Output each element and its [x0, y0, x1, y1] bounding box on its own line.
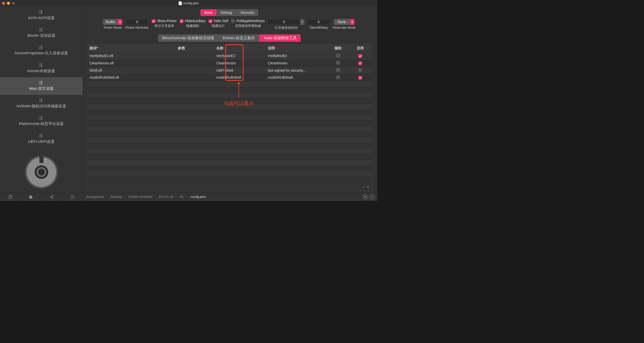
- empty-row: [87, 171, 371, 176]
- empty-row: [87, 132, 371, 137]
- cell-args: [176, 60, 214, 67]
- sidebar-item[interactable]: Misc-其它设置: [0, 77, 83, 95]
- picker-mode-dropdown[interactable]: Builtin: [103, 19, 123, 25]
- table-row[interactable]: Shell.efiUEFI ShellNot signed for securi…: [87, 67, 371, 74]
- col-name[interactable]: 名称: [214, 44, 266, 52]
- sidebar-item-label: UEFI-UEFI设置: [28, 139, 55, 144]
- breadcrumb[interactable]: duxingxiucai〉Desktop〉Z390M-GAMING〉EFI-02…: [83, 195, 363, 199]
- share-button[interactable]: [42, 193, 62, 201]
- breadcrumb-item[interactable]: EFI-02-19: [159, 195, 173, 199]
- enable-checkbox[interactable]: [358, 61, 362, 65]
- breadcrumb-separator: 〉: [124, 195, 127, 199]
- tab-boot[interactable]: Boot: [200, 9, 217, 16]
- tab-blessoverride-[interactable]: BlessOverride-添加微软启动项: [158, 34, 219, 42]
- hide-self-label: Hide Self: [214, 19, 228, 23]
- bottom-tools: PayPal: [0, 193, 83, 201]
- breadcrumb-item[interactable]: Z390M-GAMING: [128, 195, 153, 199]
- list-icon: [41, 28, 42, 31]
- col-aux[interactable]: 辅助: [327, 44, 349, 52]
- sidebar-item[interactable]: DeviceProperties-注入设备设置: [0, 42, 83, 59]
- list-icon: [41, 81, 42, 84]
- show-picker-checkbox[interactable]: [152, 19, 155, 23]
- breadcrumb-item[interactable]: config.plist: [190, 195, 206, 199]
- cell-path: Shell.efi: [87, 67, 176, 74]
- sidebar-item[interactable]: Kernel-内核设置: [0, 60, 83, 77]
- picker-attributes-field[interactable]: 0: [126, 19, 148, 25]
- hide-self-checkbox[interactable]: [209, 19, 212, 23]
- table-row[interactable]: modGRUBShell.efimodGRUBShellmodGRUBShell: [87, 74, 371, 81]
- tab-debug[interactable]: Debug: [217, 9, 236, 16]
- sidebar-item-label: Booter-启动设置: [27, 33, 55, 38]
- export-button[interactable]: [21, 193, 41, 201]
- table-row[interactable]: CleanNvram.efiCleanNvramCleanNvram: [87, 60, 371, 67]
- breadcrumb-separator: 〉: [175, 195, 178, 199]
- takeoff-delay-field[interactable]: 0: [307, 19, 330, 25]
- sidebar-item[interactable]: NVRAM-随机访问存储器设置: [0, 95, 83, 112]
- cell-desc: VerifyMsrE2: [266, 52, 327, 60]
- sidebar-item[interactable]: ACPI-ACPI设置: [0, 7, 83, 24]
- list-icon: [41, 63, 42, 67]
- breadcrumb-item[interactable]: OC: [179, 195, 184, 199]
- timeout-field[interactable]: 5: [268, 19, 304, 25]
- maximize-button[interactable]: [12, 2, 15, 5]
- show-picker-sublabel: 显示引导菜单: [154, 24, 174, 28]
- svg-point-1: [50, 196, 51, 197]
- breadcrumb-item[interactable]: duxingxiucai: [86, 195, 104, 199]
- tab-entries-[interactable]: Entries-自定义条目: [219, 34, 259, 42]
- col-desc[interactable]: 说明: [266, 44, 327, 52]
- cell-name: modGRUBShell: [214, 74, 266, 81]
- add-row-button[interactable]: +: [367, 185, 369, 189]
- close-button[interactable]: [2, 2, 5, 5]
- tab-tools-[interactable]: Tools-添加附加工具: [259, 34, 301, 42]
- sync-button[interactable]: ⇆: [363, 194, 368, 200]
- cell-desc: Not signed for security...: [266, 67, 327, 74]
- cell-path: VerifyMsrE2.efi: [87, 52, 176, 60]
- sidebar-item[interactable]: UEFI-UEFI设置: [0, 130, 83, 148]
- list-icon: [41, 116, 42, 120]
- picker-mode-value: Builtin: [103, 19, 118, 25]
- aux-checkbox[interactable]: [336, 61, 340, 65]
- paypal-button[interactable]: PayPal: [62, 193, 83, 201]
- picker-attributes-value: 0: [126, 19, 148, 25]
- poll-apple-hotkeys-sublabel: 启用模拟苹果热键: [235, 24, 261, 28]
- status-bar: PayPal duxingxiucai〉Desktop〉Z390M-GAMING…: [0, 193, 377, 201]
- breadcrumb-item[interactable]: Desktop: [110, 195, 122, 199]
- sidebar-item-label: ACPI-ACPI设置: [28, 15, 55, 20]
- col-args[interactable]: 参数: [176, 44, 214, 52]
- menu-button[interactable]: ≡: [369, 194, 375, 200]
- sidebar-item[interactable]: Booter-启动设置: [0, 24, 83, 42]
- cell-args: [176, 52, 214, 60]
- sidebar-item-label: PlatformInfo-机型平台设置: [19, 121, 64, 126]
- aux-checkbox[interactable]: [336, 54, 340, 57]
- col-path[interactable]: 路径*: [87, 44, 176, 52]
- sidebar-item[interactable]: PlatformInfo-机型平台设置: [0, 113, 83, 130]
- jog-wheel[interactable]: [0, 151, 83, 193]
- enable-checkbox[interactable]: [358, 54, 362, 58]
- sidebar-item-label: Kernel-内核设置: [27, 68, 55, 73]
- enable-checkbox[interactable]: [358, 76, 362, 79]
- tools-table: 路径* 参数 名称 说明 辅助 启用 VerifyMsrE2.efiVerify…: [87, 44, 372, 191]
- hibernate-mode-dropdown[interactable]: None: [334, 19, 354, 25]
- table-row[interactable]: VerifyMsrE2.efiVerifyMsrE2VerifyMsrE2: [87, 52, 371, 60]
- tab-security[interactable]: Security: [236, 9, 258, 16]
- remove-row-button[interactable]: −: [362, 185, 365, 189]
- sidebar: ACPI-ACPI设置Booter-启动设置DeviceProperties-注…: [0, 7, 83, 193]
- aux-checkbox[interactable]: [336, 75, 340, 79]
- titlebar: config.plist: [0, 0, 377, 7]
- empty-row: [87, 143, 371, 148]
- empty-row: [87, 120, 371, 126]
- enable-checkbox[interactable]: [358, 68, 362, 72]
- import-button[interactable]: [0, 193, 21, 201]
- col-enable[interactable]: 启用: [349, 44, 371, 52]
- aux-checkbox[interactable]: [336, 68, 340, 72]
- dropdown-arrows-icon: [350, 19, 354, 25]
- empty-row: [87, 137, 371, 143]
- hibernate-mode-value: None: [334, 19, 350, 25]
- poll-apple-hotkeys-checkbox[interactable]: [231, 19, 235, 23]
- list-icon: [41, 99, 42, 102]
- minimize-button[interactable]: [7, 2, 10, 5]
- list-icon: [41, 46, 42, 49]
- hide-auxiliary-checkbox[interactable]: [180, 19, 183, 23]
- table-footer-buttons: − +: [362, 185, 369, 189]
- cell-name: CleanNvram: [214, 60, 266, 67]
